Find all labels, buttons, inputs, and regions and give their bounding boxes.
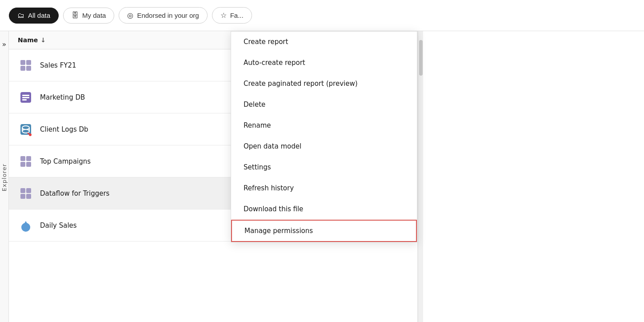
tab-all-data-label: All data <box>28 12 50 19</box>
main-area: 🗂 All data 🗄 My data ◎ Endorsed in your … <box>0 0 644 322</box>
my-data-icon: 🗄 <box>72 12 79 20</box>
svg-rect-5 <box>22 95 29 96</box>
menu-item-rename[interactable]: Rename <box>231 115 417 136</box>
tab-all-data[interactable]: 🗂 All data <box>9 8 59 24</box>
svg-rect-1 <box>26 60 31 65</box>
filter-tabs: 🗂 All data 🗄 My data ◎ Endorsed in your … <box>0 0 644 31</box>
tab-my-data[interactable]: 🗄 My data <box>63 8 114 24</box>
content-layout: » Explorer Name ↓ <box>0 31 644 322</box>
explorer-label: Explorer <box>1 164 8 191</box>
menu-item-manage-permissions[interactable]: Manage permissions <box>231 220 417 242</box>
svg-rect-2 <box>20 66 25 71</box>
context-menu: Create report Auto-create report Create … <box>231 31 417 242</box>
tab-my-data-label: My data <box>82 12 106 19</box>
menu-item-create-paginated-report[interactable]: Create paginated report (preview) <box>231 73 417 94</box>
row-icon-top-campaigns <box>18 153 34 169</box>
scrollbar-thumb[interactable] <box>419 40 423 76</box>
svg-rect-7 <box>22 99 27 101</box>
svg-rect-18 <box>20 188 25 193</box>
all-data-icon: 🗂 <box>17 12 24 20</box>
tab-favorites[interactable]: ☆ Fa... <box>212 7 252 24</box>
svg-rect-3 <box>26 66 31 71</box>
column-name-header: Name ↓ <box>18 36 151 44</box>
tab-endorsed[interactable]: ◎ Endorsed in your org <box>119 7 207 24</box>
menu-item-refresh-history[interactable]: Refresh history <box>231 178 417 199</box>
tab-endorsed-label: Endorsed in your org <box>137 12 199 19</box>
menu-item-delete[interactable]: Delete <box>231 94 417 115</box>
svg-rect-0 <box>20 60 25 65</box>
expand-button[interactable]: » <box>2 40 7 48</box>
menu-item-settings[interactable]: Settings <box>231 157 417 178</box>
svg-rect-6 <box>22 97 29 98</box>
svg-rect-15 <box>26 156 31 161</box>
sort-icon[interactable]: ↓ <box>40 36 46 44</box>
svg-point-13 <box>29 133 32 136</box>
menu-item-open-data-model[interactable]: Open data model <box>231 136 417 157</box>
explorer-sidebar: » Explorer <box>0 31 9 322</box>
svg-rect-20 <box>20 194 25 199</box>
menu-item-download-file[interactable]: Download this file <box>231 199 417 220</box>
svg-rect-17 <box>26 162 31 167</box>
endorsed-icon: ◎ <box>127 11 133 20</box>
left-panel: Name ↓ Sales FY21 <box>9 31 418 322</box>
svg-rect-19 <box>26 188 31 193</box>
menu-item-auto-create-report[interactable]: Auto-create report <box>231 52 417 73</box>
row-icon-daily-sales <box>18 217 34 233</box>
svg-rect-14 <box>20 156 25 161</box>
row-icon-marketing-db <box>18 89 34 105</box>
column-name-label: Name <box>18 36 38 44</box>
favorites-icon: ☆ <box>220 11 227 20</box>
svg-rect-16 <box>20 162 25 167</box>
row-icon-dataflow-triggers <box>18 185 34 201</box>
scrollbar-track <box>418 31 423 322</box>
row-icon-sales-fy21 <box>18 57 34 73</box>
svg-rect-21 <box>26 194 31 199</box>
row-icon-client-logs <box>18 121 34 137</box>
tab-favorites-label: Fa... <box>230 12 244 19</box>
menu-item-create-report[interactable]: Create report <box>231 32 417 52</box>
